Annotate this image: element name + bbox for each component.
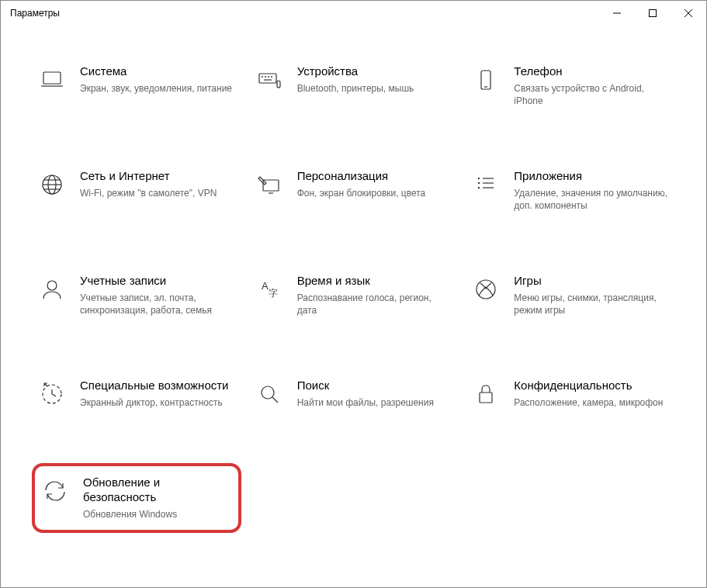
titlebar: Параметры (1, 1, 706, 26)
category-desc: Wi-Fi, режим "в самолете", VPN (80, 187, 235, 199)
category-title: Персонализация (297, 169, 452, 184)
time-language-icon: A字 (255, 275, 283, 303)
category-title: Игры (514, 274, 669, 289)
category-ease-of-access[interactable]: Специальные возможности Экранный диктор,… (32, 371, 241, 417)
category-title: Обновление и безопасность (83, 476, 232, 505)
category-grid: Система Экран, звук, уведомления, питани… (32, 57, 675, 533)
category-privacy[interactable]: Конфиденциальность Расположение, камера,… (466, 371, 675, 417)
category-desc: Меню игры, снимки, трансляция, режим игр… (514, 292, 669, 316)
svg-rect-4 (43, 72, 61, 84)
pen-monitor-icon (255, 171, 283, 199)
category-personalization[interactable]: Персонализация Фон, экран блокировки, цв… (249, 161, 459, 220)
category-desc: Экранный диктор, контрастность (80, 396, 235, 409)
category-title: Сеть и Интернет (80, 169, 235, 184)
category-desc: Экран, звук, уведомления, питание (80, 82, 235, 95)
window-controls (599, 1, 706, 26)
category-title: Приложения (514, 169, 669, 184)
svg-point-28 (47, 281, 57, 290)
laptop-icon (38, 66, 66, 94)
apps-icon (472, 171, 500, 199)
category-desc: Расположение, камера, микрофон (514, 396, 669, 409)
category-title: Телефон (514, 64, 669, 79)
svg-point-33 (262, 386, 274, 399)
svg-rect-12 (277, 81, 280, 88)
xbox-icon (472, 275, 500, 303)
svg-line-34 (272, 397, 278, 403)
search-icon (255, 380, 283, 408)
category-network[interactable]: Сеть и Интернет Wi-Fi, режим "в самолете… (32, 161, 241, 220)
category-desc: Удаление, значения по умолчанию, доп. ко… (514, 187, 669, 212)
category-title: Поиск (297, 379, 452, 393)
category-title: Конфиденциальность (514, 379, 669, 393)
svg-text:A: A (262, 280, 269, 292)
category-desc: Bluetooth, принтеры, мышь (297, 82, 452, 95)
category-desc: Связать устройство с Android, iPhone (514, 82, 669, 107)
ease-of-access-icon (38, 380, 66, 408)
category-title: Учетные записи (80, 274, 235, 289)
category-title: Устройства (297, 64, 452, 79)
svg-rect-1 (650, 10, 657, 17)
phone-icon (472, 66, 500, 94)
maximize-button[interactable] (635, 1, 671, 26)
category-search[interactable]: Поиск Найти мои файлы, разрешения (249, 371, 459, 417)
category-devices[interactable]: Устройства Bluetooth, принтеры, мышь (249, 57, 459, 115)
category-phone[interactable]: Телефон Связать устройство с Android, iP… (466, 57, 675, 115)
category-accounts[interactable]: Учетные записи Учетные записи, эл. почта… (32, 266, 241, 324)
category-time-language[interactable]: A字 Время и язык Распознавание голоса, ре… (249, 266, 459, 324)
svg-rect-20 (263, 180, 279, 191)
sync-icon (41, 477, 69, 505)
svg-rect-6 (259, 74, 276, 83)
category-system[interactable]: Система Экран, звук, уведомления, питани… (32, 57, 241, 115)
category-apps[interactable]: Приложения Удаление, значения по умолчан… (466, 161, 675, 220)
globe-icon (38, 171, 66, 199)
category-desc: Фон, экран блокировки, цвета (297, 187, 452, 199)
category-title: Система (80, 64, 235, 79)
svg-rect-35 (480, 393, 492, 403)
category-desc: Найти мои файлы, разрешения (297, 396, 452, 409)
category-gaming[interactable]: Игры Меню игры, снимки, трансляция, режи… (466, 266, 675, 324)
category-title: Специальные возможности (80, 379, 235, 393)
category-desc: Учетные записи, эл. почта, синхронизация… (80, 292, 235, 316)
keyboard-icon (255, 66, 283, 94)
settings-content: Система Экран, звук, уведомления, питани… (1, 26, 706, 548)
category-desc: Обновления Windows (83, 508, 232, 521)
category-title: Время и язык (297, 274, 452, 289)
person-icon (38, 275, 66, 303)
minimize-button[interactable] (599, 1, 635, 26)
svg-text:字: 字 (269, 288, 278, 299)
category-desc: Распознавание голоса, регион, дата (297, 292, 452, 316)
lock-icon (472, 380, 500, 408)
category-update-security[interactable]: Обновление и безопасность Обновления Win… (32, 463, 241, 533)
close-button[interactable] (671, 1, 706, 26)
window-title: Параметры (10, 8, 599, 19)
